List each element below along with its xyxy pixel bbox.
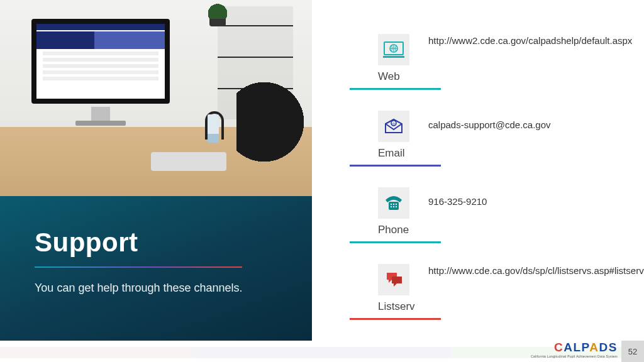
channel-label: Email bbox=[378, 147, 405, 160]
svg-point-8 bbox=[396, 204, 397, 205]
title-divider bbox=[35, 266, 242, 268]
web-icon bbox=[378, 34, 409, 65]
svg-text:@: @ bbox=[392, 122, 396, 126]
channel-value: http://www.cde.ca.gov/ds/sp/cl/listservs… bbox=[428, 265, 617, 277]
channels-column: http://www2.cde.ca.gov/calpadshelp/defau… bbox=[312, 0, 644, 362]
page-number: 52 bbox=[621, 341, 644, 362]
channel-divider bbox=[350, 165, 441, 167]
channel-label: Phone bbox=[378, 224, 409, 236]
svg-point-9 bbox=[391, 206, 392, 207]
channel-divider bbox=[350, 241, 441, 243]
channel-divider bbox=[350, 88, 441, 90]
footer: CALPADS California Longitudinal Pupil Ac… bbox=[0, 339, 644, 362]
page-subtitle: You can get help through these channels. bbox=[35, 282, 277, 295]
channel-web: http://www2.cde.ca.gov/calpadshelp/defau… bbox=[356, 34, 619, 93]
channel-label: Listserv bbox=[378, 300, 415, 313]
svg-point-11 bbox=[396, 206, 397, 207]
slide: Support You can get help through these c… bbox=[0, 0, 644, 362]
svg-point-7 bbox=[393, 204, 394, 205]
channel-phone: 916-325-9210 Phone bbox=[356, 187, 619, 246]
channel-value: calpads-support@cde.ca.gov bbox=[428, 119, 617, 131]
svg-rect-1 bbox=[383, 56, 404, 58]
svg-point-10 bbox=[393, 206, 394, 207]
svg-rect-5 bbox=[389, 202, 399, 210]
channel-value: http://www2.cde.ca.gov/calpadshelp/defau… bbox=[428, 35, 617, 47]
channel-divider bbox=[350, 318, 441, 320]
svg-point-6 bbox=[391, 204, 392, 205]
page-title: Support bbox=[35, 228, 277, 258]
workspace-photo bbox=[0, 0, 312, 196]
channel-label: Web bbox=[378, 70, 400, 83]
channel-value: 916-325-9210 bbox=[428, 196, 617, 208]
email-icon: @ bbox=[378, 111, 409, 142]
calpads-logo: CALPADS California Longitudinal Pupil Ac… bbox=[523, 341, 618, 361]
channel-email: @ calpads-support@cde.ca.gov Email bbox=[356, 111, 619, 170]
support-panel: Support You can get help through these c… bbox=[0, 196, 312, 341]
left-column: Support You can get help through these c… bbox=[0, 0, 312, 362]
listserv-icon bbox=[378, 264, 409, 295]
channel-listserv: http://www.cde.ca.gov/ds/sp/cl/listservs… bbox=[356, 264, 619, 323]
phone-icon bbox=[378, 187, 409, 219]
